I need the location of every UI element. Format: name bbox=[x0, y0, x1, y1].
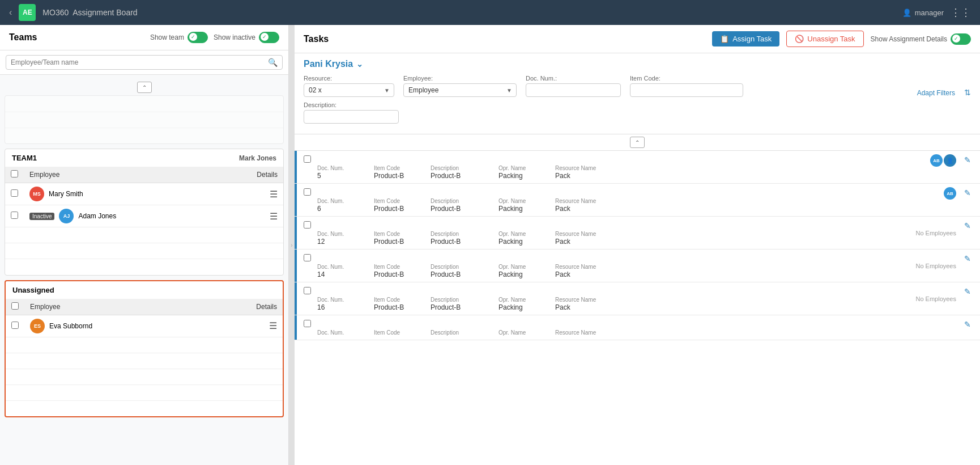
details-icon[interactable]: ☰ bbox=[270, 212, 278, 221]
task-opr-cell: Opr. Name Packing bbox=[498, 198, 555, 213]
team1-name: TEAM1 bbox=[12, 154, 239, 162]
show-assignment-details-toggle[interactable] bbox=[951, 33, 971, 45]
task-desc-value: Product-B bbox=[431, 238, 498, 246]
task-row-top bbox=[304, 287, 971, 294]
description-input[interactable] bbox=[304, 110, 399, 124]
task-checkbox[interactable] bbox=[304, 254, 311, 261]
resource-select[interactable]: 02 x bbox=[304, 83, 394, 97]
itemcode-input[interactable] bbox=[630, 83, 743, 97]
task-checkbox[interactable] bbox=[304, 221, 311, 229]
collapse-button-top[interactable]: ⌃ bbox=[137, 82, 152, 93]
resource-select-wrap: 02 x ▼ bbox=[304, 83, 394, 97]
inactive-badge: Inactive bbox=[29, 213, 54, 220]
back-button[interactable]: ‹ bbox=[9, 7, 12, 18]
task-itemcode-label: Item Code bbox=[374, 329, 431, 336]
task-docnum-cell: Doc. Num. 6 bbox=[317, 198, 374, 213]
task-docnum-cell: Doc. Num. 12 bbox=[317, 231, 374, 246]
employee-checkbox[interactable] bbox=[11, 189, 18, 197]
pani-chevron-icon[interactable]: ⌄ bbox=[356, 60, 363, 69]
details-icon[interactable]: ☰ bbox=[270, 189, 278, 199]
task-edit-icon[interactable]: ✎ bbox=[964, 287, 971, 296]
docnum-input[interactable] bbox=[526, 83, 621, 97]
task-res-cell: Resource Name bbox=[555, 329, 634, 336]
task-itemcode-cell: Item Code bbox=[374, 329, 431, 336]
select-all-checkbox[interactable] bbox=[11, 170, 18, 177]
assign-task-button[interactable]: 📋 Assign Task bbox=[712, 31, 779, 46]
splitter[interactable]: › bbox=[289, 25, 295, 465]
employee-cell: ES Eva Subbornd bbox=[30, 319, 199, 333]
task-no-employees: No Employees bbox=[915, 295, 956, 302]
details-icon[interactable]: ☰ bbox=[269, 321, 277, 331]
task-checkbox[interactable] bbox=[304, 320, 311, 327]
user-menu[interactable]: 👤 manager bbox=[902, 9, 944, 17]
search-input[interactable] bbox=[11, 58, 268, 66]
task-opr-cell: Opr. Name bbox=[498, 329, 555, 336]
task-edit-icon[interactable]: ✎ bbox=[964, 155, 971, 164]
empty-row bbox=[6, 384, 283, 400]
task-desc-label: Description bbox=[431, 231, 498, 237]
collapse-btn-row: ⌃ bbox=[295, 134, 980, 151]
task-res-label: Resource Name bbox=[555, 297, 634, 303]
employee-cell: Inactive AJ Adam Jones bbox=[29, 209, 214, 223]
assign-label: Assign Task bbox=[732, 35, 772, 43]
task-desc-value: Product-B bbox=[431, 270, 498, 278]
select-all-unassigned[interactable] bbox=[11, 302, 19, 310]
task-checkbox[interactable] bbox=[304, 188, 311, 196]
adapt-filters-button[interactable]: Adapt Filters bbox=[917, 89, 955, 97]
sort-icon[interactable]: ⇅ bbox=[964, 88, 971, 97]
task-itemcode-value: Product-B bbox=[374, 303, 431, 311]
task-docnum-cell: Doc. Num. bbox=[317, 329, 374, 336]
task-edit-icon[interactable]: ✎ bbox=[964, 254, 971, 263]
task-docnum-label: Doc. Num. bbox=[317, 264, 374, 270]
employee-label: Employee: bbox=[403, 75, 517, 82]
ghost-team-card bbox=[5, 95, 284, 144]
avatar-pair: AB 👤 bbox=[930, 154, 956, 167]
employee-checkbox[interactable] bbox=[11, 322, 19, 329]
task-docnum-label: Doc. Num. bbox=[317, 297, 374, 303]
employee-select[interactable]: Employee bbox=[403, 83, 517, 97]
collapse-filters-button[interactable]: ⌃ bbox=[630, 137, 645, 148]
pani-name-text: Pani Krysia bbox=[304, 59, 353, 69]
task-checkbox[interactable] bbox=[304, 155, 311, 163]
task-opr-value: Packing bbox=[498, 205, 555, 213]
show-team-toggle[interactable] bbox=[188, 32, 208, 43]
task-docnum-label: Doc. Num. bbox=[317, 231, 374, 237]
task-avatar-ab: AB bbox=[944, 187, 956, 200]
task-edit-icon[interactable]: ✎ bbox=[964, 221, 971, 230]
col-details-header: Details bbox=[219, 167, 283, 183]
task-no-employees: No Employees bbox=[915, 263, 956, 269]
task-desc-value: Product-B bbox=[431, 205, 498, 213]
itemcode-filter-group: Item Code: bbox=[630, 75, 743, 97]
col-employee-header: Employee bbox=[24, 299, 204, 315]
task-res-label: Resource Name bbox=[555, 165, 634, 171]
team1-manager: Mark Jones bbox=[239, 154, 276, 162]
unassigned-card: Unassigned Employee Details bbox=[5, 280, 284, 418]
employee-filter-group: Employee: Employee ▼ bbox=[403, 75, 517, 97]
task-edit-icon[interactable]: ✎ bbox=[964, 320, 971, 329]
task-edit-icon[interactable]: ✎ bbox=[964, 188, 971, 197]
docnum-label: Doc. Num.: bbox=[526, 75, 621, 82]
task-opr-value: Packing bbox=[498, 238, 555, 246]
show-inactive-toggle[interactable] bbox=[259, 32, 279, 43]
task-itemcode-label: Item Code bbox=[374, 165, 431, 171]
grid-icon[interactable]: ⋮⋮ bbox=[951, 6, 971, 19]
employee-cell: MS Mary Smith bbox=[29, 187, 214, 201]
task-res-label: Resource Name bbox=[555, 329, 634, 336]
task-docnum-label: Doc. Num. bbox=[317, 198, 374, 204]
task-opr-label: Opr. Name bbox=[498, 297, 555, 303]
task-docnum-value: 12 bbox=[317, 238, 374, 246]
task-data: Doc. Num. 16 Item Code Product-B Descrip… bbox=[304, 297, 971, 311]
task-itemcode-cell: Item Code Product-B bbox=[374, 231, 431, 246]
tasks-header: Tasks 📋 Assign Task 🚫 Unassign Task Show… bbox=[295, 25, 980, 53]
employee-checkbox[interactable] bbox=[11, 212, 18, 219]
empty-row bbox=[5, 259, 283, 275]
search-input-wrap: 🔍 bbox=[6, 55, 283, 70]
avatar: MS bbox=[29, 187, 44, 201]
unassign-icon: 🚫 bbox=[795, 35, 804, 43]
unassigned-title: Unassigned bbox=[12, 286, 276, 294]
unassign-task-button[interactable]: 🚫 Unassign Task bbox=[786, 31, 863, 47]
task-checkbox[interactable] bbox=[304, 287, 311, 294]
task-itemcode-cell: Item Code Product-B bbox=[374, 165, 431, 180]
task-res-cell: Resource Name Pack bbox=[555, 165, 634, 180]
task-res-cell: Resource Name Pack bbox=[555, 264, 634, 278]
